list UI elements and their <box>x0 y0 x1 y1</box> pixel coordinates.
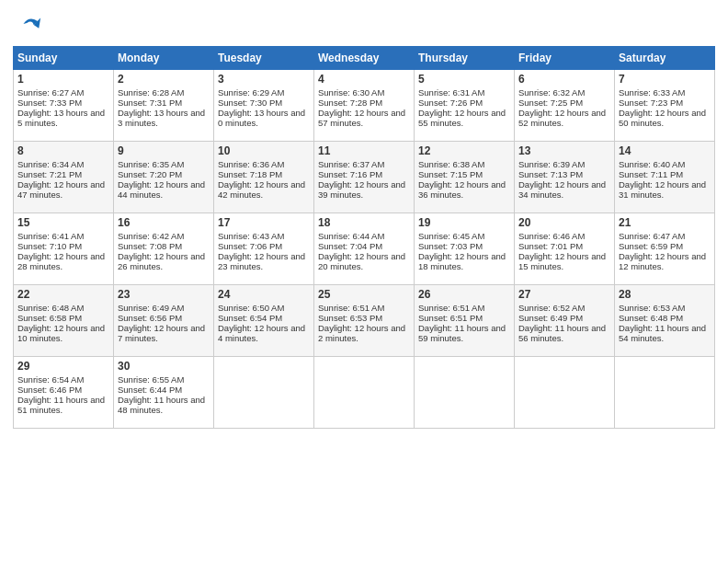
sunrise-text: Sunrise: 6:39 AM <box>518 159 585 169</box>
sunrise-text: Sunrise: 6:51 AM <box>318 303 384 313</box>
sunset-text: Sunset: 6:49 PM <box>518 313 583 323</box>
sunset-text: Sunset: 6:46 PM <box>17 385 82 395</box>
sunset-text: Sunset: 7:16 PM <box>318 169 382 179</box>
sunset-text: Sunset: 7:28 PM <box>318 98 382 108</box>
calendar-cell: 6Sunrise: 6:32 AMSunset: 7:25 PMDaylight… <box>515 70 615 142</box>
calendar-cell <box>515 357 615 429</box>
daylight-text: Daylight: 12 hours and 28 minutes. <box>17 251 105 271</box>
calendar-cell: 21Sunrise: 6:47 AMSunset: 6:59 PMDayligh… <box>615 213 715 285</box>
sunrise-text: Sunrise: 6:53 AM <box>619 303 685 313</box>
calendar-cell: 13Sunrise: 6:39 AMSunset: 7:13 PMDayligh… <box>515 142 615 213</box>
day-number: 26 <box>418 288 510 301</box>
day-number: 16 <box>118 216 210 229</box>
daylight-text: Daylight: 12 hours and 34 minutes. <box>518 179 606 200</box>
day-number: 12 <box>418 144 510 157</box>
sunset-text: Sunset: 6:59 PM <box>619 241 683 251</box>
sunrise-text: Sunrise: 6:27 AM <box>17 87 84 98</box>
daylight-text: Daylight: 12 hours and 47 minutes. <box>17 179 105 200</box>
calendar-cell <box>314 357 415 429</box>
col-monday: Monday <box>114 47 214 70</box>
sunrise-text: Sunrise: 6:51 AM <box>418 303 484 313</box>
day-number: 18 <box>318 216 410 229</box>
day-number: 14 <box>619 144 711 157</box>
daylight-text: Daylight: 12 hours and 55 minutes. <box>418 108 506 128</box>
sunrise-text: Sunrise: 6:33 AM <box>619 87 685 98</box>
calendar-cell: 29Sunrise: 6:54 AMSunset: 6:46 PMDayligh… <box>14 357 114 429</box>
sunset-text: Sunset: 7:01 PM <box>518 241 583 251</box>
daylight-text: Daylight: 12 hours and 10 minutes. <box>17 323 105 343</box>
day-number: 29 <box>17 360 109 373</box>
col-thursday: Thursday <box>415 47 515 70</box>
calendar-cell: 14Sunrise: 6:40 AMSunset: 7:11 PMDayligh… <box>615 142 715 213</box>
sunset-text: Sunset: 7:21 PM <box>17 169 82 179</box>
sunset-text: Sunset: 7:13 PM <box>518 169 583 179</box>
calendar-week-2: 8Sunrise: 6:34 AMSunset: 7:21 PMDaylight… <box>14 142 715 213</box>
day-number: 19 <box>418 216 510 229</box>
daylight-text: Daylight: 12 hours and 39 minutes. <box>318 179 405 200</box>
logo-icon <box>17 11 42 37</box>
calendar-cell: 4Sunrise: 6:30 AMSunset: 7:28 PMDaylight… <box>314 70 415 142</box>
daylight-text: Daylight: 12 hours and 26 minutes. <box>118 251 205 271</box>
sunset-text: Sunset: 7:30 PM <box>218 98 282 108</box>
sunrise-text: Sunrise: 6:32 AM <box>518 87 585 98</box>
calendar-cell: 5Sunrise: 6:31 AMSunset: 7:26 PMDaylight… <box>415 70 515 142</box>
calendar-week-5: 29Sunrise: 6:54 AMSunset: 6:46 PMDayligh… <box>14 357 715 429</box>
sunrise-text: Sunrise: 6:31 AM <box>418 87 484 98</box>
daylight-text: Daylight: 12 hours and 12 minutes. <box>619 251 706 271</box>
sunrise-text: Sunrise: 6:43 AM <box>218 231 284 241</box>
sunrise-text: Sunrise: 6:38 AM <box>418 159 484 169</box>
calendar-cell: 2Sunrise: 6:28 AMSunset: 7:31 PMDaylight… <box>114 70 214 142</box>
calendar-cell <box>214 357 314 429</box>
daylight-text: Daylight: 12 hours and 20 minutes. <box>318 251 405 271</box>
daylight-text: Daylight: 11 hours and 56 minutes. <box>518 323 606 343</box>
daylight-text: Daylight: 13 hours and 0 minutes. <box>218 108 305 128</box>
calendar-week-1: 1Sunrise: 6:27 AMSunset: 7:33 PMDaylight… <box>14 70 715 142</box>
day-number: 25 <box>318 288 410 301</box>
day-number: 27 <box>518 288 610 301</box>
day-number: 10 <box>218 144 310 157</box>
sunrise-text: Sunrise: 6:29 AM <box>218 87 284 98</box>
day-number: 13 <box>518 144 610 157</box>
sunset-text: Sunset: 6:44 PM <box>118 385 182 395</box>
day-number: 8 <box>17 144 109 157</box>
calendar-cell: 20Sunrise: 6:46 AMSunset: 7:01 PMDayligh… <box>515 213 615 285</box>
sunrise-text: Sunrise: 6:41 AM <box>17 231 84 241</box>
calendar-cell <box>615 357 715 429</box>
daylight-text: Daylight: 11 hours and 48 minutes. <box>118 395 205 415</box>
daylight-text: Daylight: 12 hours and 42 minutes. <box>218 179 305 200</box>
calendar-cell: 27Sunrise: 6:52 AMSunset: 6:49 PMDayligh… <box>515 285 615 357</box>
sunrise-text: Sunrise: 6:35 AM <box>118 159 184 169</box>
day-number: 30 <box>118 360 210 373</box>
calendar-cell: 10Sunrise: 6:36 AMSunset: 7:18 PMDayligh… <box>214 142 314 213</box>
sunrise-text: Sunrise: 6:30 AM <box>318 87 384 98</box>
daylight-text: Daylight: 12 hours and 2 minutes. <box>318 323 405 343</box>
sunset-text: Sunset: 7:11 PM <box>619 169 683 179</box>
day-number: 3 <box>218 73 310 86</box>
day-number: 22 <box>17 288 109 301</box>
sunset-text: Sunset: 7:08 PM <box>118 241 182 251</box>
day-number: 9 <box>118 144 210 157</box>
sunrise-text: Sunrise: 6:45 AM <box>418 231 484 241</box>
day-number: 21 <box>619 216 711 229</box>
col-friday: Friday <box>515 47 615 70</box>
day-number: 15 <box>17 216 109 229</box>
sunrise-text: Sunrise: 6:36 AM <box>218 159 284 169</box>
page-header <box>13 11 715 37</box>
day-number: 4 <box>318 73 410 86</box>
daylight-text: Daylight: 11 hours and 51 minutes. <box>17 395 105 415</box>
sunrise-text: Sunrise: 6:46 AM <box>518 231 585 241</box>
col-tuesday: Tuesday <box>214 47 314 70</box>
day-number: 17 <box>218 216 310 229</box>
sunrise-text: Sunrise: 6:55 AM <box>118 374 184 385</box>
calendar-cell: 15Sunrise: 6:41 AMSunset: 7:10 PMDayligh… <box>14 213 114 285</box>
sunset-text: Sunset: 6:54 PM <box>218 313 282 323</box>
sunset-text: Sunset: 6:51 PM <box>418 313 483 323</box>
calendar-cell: 18Sunrise: 6:44 AMSunset: 7:04 PMDayligh… <box>314 213 415 285</box>
daylight-text: Daylight: 12 hours and 4 minutes. <box>218 323 305 343</box>
calendar-cell: 8Sunrise: 6:34 AMSunset: 7:21 PMDaylight… <box>14 142 114 213</box>
sunrise-text: Sunrise: 6:54 AM <box>17 374 84 385</box>
daylight-text: Daylight: 12 hours and 44 minutes. <box>118 179 205 200</box>
sunset-text: Sunset: 6:53 PM <box>318 313 382 323</box>
sunset-text: Sunset: 7:33 PM <box>17 98 82 108</box>
sunset-text: Sunset: 7:10 PM <box>17 241 82 251</box>
